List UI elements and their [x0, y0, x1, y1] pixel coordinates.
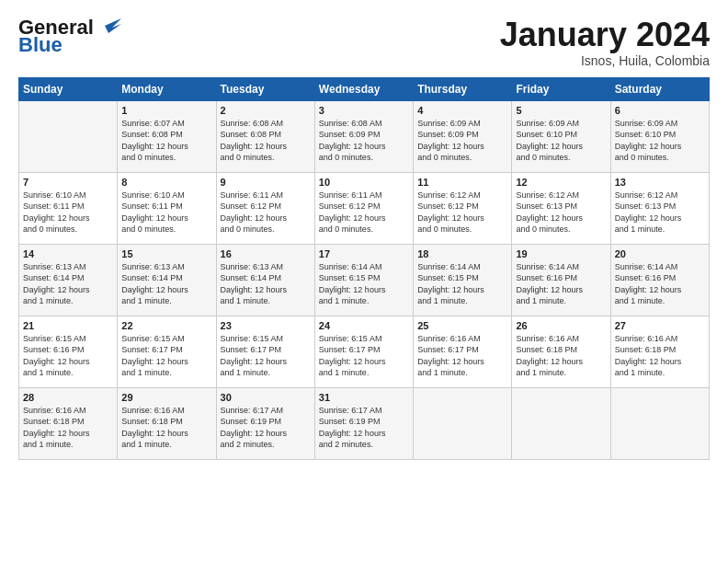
calendar-cell: 26Sunrise: 6:16 AM Sunset: 6:18 PM Dayli… [512, 316, 610, 387]
day-info: Sunrise: 6:12 AM Sunset: 6:13 PM Dayligh… [615, 190, 705, 236]
day-info: Sunrise: 6:16 AM Sunset: 6:18 PM Dayligh… [121, 405, 211, 451]
calendar-cell: 9Sunrise: 6:11 AM Sunset: 6:12 PM Daylig… [216, 172, 314, 244]
day-info: Sunrise: 6:12 AM Sunset: 6:13 PM Dayligh… [516, 190, 606, 236]
day-info: Sunrise: 6:09 AM Sunset: 6:10 PM Dayligh… [516, 118, 606, 164]
month-title: January 2024 [500, 17, 710, 53]
calendar-cell: 23Sunrise: 6:15 AM Sunset: 6:17 PM Dayli… [216, 316, 314, 387]
title-block: January 2024 Isnos, Huila, Colombia [500, 17, 710, 68]
calendar-cell: 20Sunrise: 6:14 AM Sunset: 6:16 PM Dayli… [610, 244, 709, 316]
calendar-cell: 18Sunrise: 6:14 AM Sunset: 6:15 PM Dayli… [414, 244, 512, 316]
day-number: 24 [319, 320, 409, 331]
calendar-cell: 30Sunrise: 6:17 AM Sunset: 6:19 PM Dayli… [216, 387, 314, 459]
day-info: Sunrise: 6:14 AM Sunset: 6:15 PM Dayligh… [319, 261, 409, 307]
day-number: 17 [319, 248, 409, 259]
day-number: 1 [121, 105, 211, 116]
day-info: Sunrise: 6:11 AM Sunset: 6:12 PM Dayligh… [221, 190, 311, 236]
day-number: 16 [221, 248, 311, 259]
day-number: 7 [23, 177, 113, 188]
day-number: 18 [417, 248, 507, 259]
weekday-saturday: Saturday [610, 77, 709, 100]
day-number: 28 [23, 392, 113, 403]
weekday-header-row: SundayMondayTuesdayWednesdayThursdayFrid… [19, 77, 710, 100]
day-number: 30 [221, 392, 311, 403]
weekday-wednesday: Wednesday [314, 77, 413, 100]
day-info: Sunrise: 6:16 AM Sunset: 6:18 PM Dayligh… [23, 405, 113, 451]
day-number: 6 [615, 105, 705, 116]
day-info: Sunrise: 6:14 AM Sunset: 6:16 PM Dayligh… [615, 261, 705, 307]
weekday-sunday: Sunday [19, 77, 118, 100]
logo: General Blue [18, 17, 121, 55]
svg-marker-0 [105, 18, 121, 33]
weekday-friday: Friday [512, 77, 610, 100]
calendar-cell: 4Sunrise: 6:09 AM Sunset: 6:09 PM Daylig… [414, 100, 512, 172]
weekday-thursday: Thursday [414, 77, 512, 100]
calendar-cell: 24Sunrise: 6:15 AM Sunset: 6:17 PM Dayli… [314, 316, 413, 387]
week-row-3: 14Sunrise: 6:13 AM Sunset: 6:14 PM Dayli… [19, 244, 710, 316]
day-info: Sunrise: 6:09 AM Sunset: 6:10 PM Dayligh… [615, 118, 705, 164]
day-number: 5 [516, 105, 606, 116]
day-info: Sunrise: 6:13 AM Sunset: 6:14 PM Dayligh… [121, 261, 211, 307]
page: General Blue January 2024 Isnos, Huila, … [0, 0, 728, 471]
calendar-cell: 14Sunrise: 6:13 AM Sunset: 6:14 PM Dayli… [19, 244, 118, 316]
calendar-cell: 28Sunrise: 6:16 AM Sunset: 6:18 PM Dayli… [19, 387, 118, 459]
calendar-cell: 27Sunrise: 6:16 AM Sunset: 6:18 PM Dayli… [610, 316, 709, 387]
calendar-cell: 11Sunrise: 6:12 AM Sunset: 6:12 PM Dayli… [414, 172, 512, 244]
day-number: 25 [417, 320, 507, 331]
day-number: 20 [615, 248, 705, 259]
day-info: Sunrise: 6:07 AM Sunset: 6:08 PM Dayligh… [121, 118, 211, 164]
day-number: 29 [121, 392, 211, 403]
day-number: 4 [417, 105, 507, 116]
day-info: Sunrise: 6:13 AM Sunset: 6:14 PM Dayligh… [221, 261, 311, 307]
header: General Blue January 2024 Isnos, Huila, … [18, 17, 710, 68]
calendar-cell: 13Sunrise: 6:12 AM Sunset: 6:13 PM Dayli… [610, 172, 709, 244]
day-number: 26 [516, 320, 606, 331]
calendar-cell: 2Sunrise: 6:08 AM Sunset: 6:08 PM Daylig… [216, 100, 314, 172]
calendar-cell: 25Sunrise: 6:16 AM Sunset: 6:17 PM Dayli… [414, 316, 512, 387]
logo-bird-icon [96, 15, 121, 37]
day-info: Sunrise: 6:16 AM Sunset: 6:18 PM Dayligh… [516, 333, 606, 379]
calendar-cell: 10Sunrise: 6:11 AM Sunset: 6:12 PM Dayli… [314, 172, 413, 244]
day-number: 19 [516, 248, 606, 259]
day-info: Sunrise: 6:15 AM Sunset: 6:17 PM Dayligh… [319, 333, 409, 379]
day-info: Sunrise: 6:15 AM Sunset: 6:17 PM Dayligh… [221, 333, 311, 379]
day-info: Sunrise: 6:11 AM Sunset: 6:12 PM Dayligh… [319, 190, 409, 236]
week-row-4: 21Sunrise: 6:15 AM Sunset: 6:16 PM Dayli… [19, 316, 710, 387]
calendar-cell: 1Sunrise: 6:07 AM Sunset: 6:08 PM Daylig… [118, 100, 216, 172]
calendar-cell: 15Sunrise: 6:13 AM Sunset: 6:14 PM Dayli… [118, 244, 216, 316]
location: Isnos, Huila, Colombia [500, 53, 710, 68]
day-number: 27 [615, 320, 705, 331]
day-info: Sunrise: 6:10 AM Sunset: 6:11 PM Dayligh… [23, 190, 113, 236]
day-number: 22 [121, 320, 211, 331]
calendar-cell: 5Sunrise: 6:09 AM Sunset: 6:10 PM Daylig… [512, 100, 610, 172]
week-row-5: 28Sunrise: 6:16 AM Sunset: 6:18 PM Dayli… [19, 387, 710, 459]
calendar-table: SundayMondayTuesdayWednesdayThursdayFrid… [18, 77, 710, 460]
calendar-cell: 22Sunrise: 6:15 AM Sunset: 6:17 PM Dayli… [118, 316, 216, 387]
day-info: Sunrise: 6:16 AM Sunset: 6:18 PM Dayligh… [615, 333, 705, 379]
calendar-cell: 31Sunrise: 6:17 AM Sunset: 6:19 PM Dayli… [314, 387, 413, 459]
calendar-cell: 16Sunrise: 6:13 AM Sunset: 6:14 PM Dayli… [216, 244, 314, 316]
calendar-cell: 12Sunrise: 6:12 AM Sunset: 6:13 PM Dayli… [512, 172, 610, 244]
day-number: 10 [319, 177, 409, 188]
day-info: Sunrise: 6:08 AM Sunset: 6:09 PM Dayligh… [319, 118, 409, 164]
day-info: Sunrise: 6:10 AM Sunset: 6:11 PM Dayligh… [121, 190, 211, 236]
week-row-2: 7Sunrise: 6:10 AM Sunset: 6:11 PM Daylig… [19, 172, 710, 244]
calendar-cell: 17Sunrise: 6:14 AM Sunset: 6:15 PM Dayli… [314, 244, 413, 316]
day-info: Sunrise: 6:14 AM Sunset: 6:16 PM Dayligh… [516, 261, 606, 307]
day-info: Sunrise: 6:12 AM Sunset: 6:12 PM Dayligh… [417, 190, 507, 236]
day-info: Sunrise: 6:08 AM Sunset: 6:08 PM Dayligh… [221, 118, 311, 164]
day-info: Sunrise: 6:15 AM Sunset: 6:16 PM Dayligh… [23, 333, 113, 379]
logo-blue-text: Blue [18, 35, 63, 55]
day-number: 14 [23, 248, 113, 259]
day-number: 31 [319, 392, 409, 403]
day-number: 13 [615, 177, 705, 188]
day-info: Sunrise: 6:13 AM Sunset: 6:14 PM Dayligh… [23, 261, 113, 307]
day-info: Sunrise: 6:15 AM Sunset: 6:17 PM Dayligh… [121, 333, 211, 379]
day-number: 9 [221, 177, 311, 188]
calendar-cell: 8Sunrise: 6:10 AM Sunset: 6:11 PM Daylig… [118, 172, 216, 244]
day-info: Sunrise: 6:17 AM Sunset: 6:19 PM Dayligh… [319, 405, 409, 451]
day-info: Sunrise: 6:09 AM Sunset: 6:09 PM Dayligh… [417, 118, 507, 164]
calendar-cell: 19Sunrise: 6:14 AM Sunset: 6:16 PM Dayli… [512, 244, 610, 316]
calendar-cell [19, 100, 118, 172]
calendar-cell: 29Sunrise: 6:16 AM Sunset: 6:18 PM Dayli… [118, 387, 216, 459]
day-info: Sunrise: 6:14 AM Sunset: 6:15 PM Dayligh… [417, 261, 507, 307]
